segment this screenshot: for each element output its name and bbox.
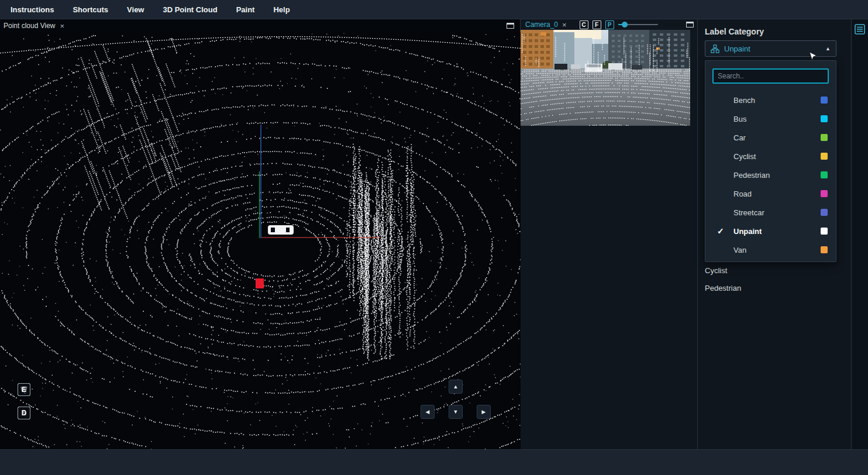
- close-icon[interactable]: ×: [60, 22, 65, 30]
- category-options-list: ✓ Bench ✓ Bus ✓ Car: [705, 91, 836, 259]
- maximize-icon[interactable]: [686, 22, 694, 27]
- category-hierarchy-icon: [711, 44, 719, 53]
- slider-handle[interactable]: [622, 22, 628, 27]
- label-category-title: Label Category: [705, 27, 764, 36]
- keycap[interactable]: D: [18, 407, 30, 419]
- category-option[interactable]: ✓ Car: [705, 128, 836, 147]
- menu-item[interactable]: View: [127, 5, 144, 14]
- category-search-input[interactable]: [712, 68, 829, 84]
- category-list-item[interactable]: Pedestrian: [698, 279, 851, 297]
- category-option-label: Pedestrian: [733, 171, 770, 180]
- category-color-chip: [821, 228, 828, 235]
- category-option[interactable]: ✓ Streetcar: [705, 203, 836, 222]
- category-option-label: Streetcar: [733, 208, 764, 217]
- category-option-label: Road: [733, 190, 752, 198]
- pan-down-button[interactable]: ▼: [449, 405, 463, 419]
- category-option-label: Bench: [733, 96, 755, 105]
- menu-item[interactable]: Help: [273, 5, 290, 14]
- close-icon[interactable]: ×: [562, 21, 567, 29]
- arrow-up-icon: ▲: [453, 384, 459, 390]
- category-dropdown-popup: ✓ Bench ✓ Bus ✓ Car: [705, 60, 836, 262]
- chevron-up-icon: ▲: [825, 46, 831, 51]
- camera-tab-label[interactable]: Camera_0: [525, 20, 558, 29]
- category-option[interactable]: ✓ Van: [705, 240, 836, 259]
- category-option-label: Car: [733, 133, 746, 142]
- maximize-icon[interactable]: [507, 23, 514, 29]
- camera-toggle-p[interactable]: P: [605, 20, 614, 29]
- camera-toggle-f[interactable]: F: [593, 20, 601, 29]
- pointcloud-tab-label: Point cloud View: [4, 22, 56, 30]
- pointcloud-panel: Point cloud View × QWE ASD ▲ ◀ ▼ ▶: [0, 19, 521, 449]
- pan-right-button[interactable]: ▶: [477, 405, 491, 419]
- menu-items: InstructionsShortcutsView3D Point CloudP…: [11, 5, 290, 14]
- menu-item[interactable]: Shortcuts: [73, 5, 108, 14]
- pointcloud-canvas[interactable]: [0, 32, 521, 449]
- category-dropdown-value: Unpaint: [724, 44, 821, 53]
- bottom-toolbar: Brush Size Point Size Save Submit: [0, 449, 868, 475]
- arrow-right-icon: ▶: [482, 409, 486, 415]
- category-list-item[interactable]: Cyclist: [698, 261, 851, 279]
- category-option[interactable]: ✓ Unpaint: [705, 222, 836, 240]
- pan-left-button[interactable]: ◀: [421, 405, 435, 419]
- category-option[interactable]: ✓ Bench: [705, 91, 836, 109]
- category-color-chip: [821, 97, 828, 104]
- camera-panel: Camera_0 × C F P: [521, 19, 698, 449]
- category-color-chip: [821, 246, 828, 253]
- pan-up-button[interactable]: ▲: [449, 380, 463, 394]
- arrow-left-icon: ◀: [426, 409, 430, 415]
- category-option-label: Van: [733, 246, 746, 254]
- category-color-chip: [821, 153, 828, 160]
- category-color-chip: [821, 190, 828, 197]
- keycap[interactable]: E: [18, 383, 30, 396]
- camera-opacity-slider[interactable]: [618, 21, 658, 28]
- menu-bar: InstructionsShortcutsView3D Point CloudP…: [0, 0, 868, 19]
- menu-item[interactable]: 3D Point Cloud: [163, 5, 217, 14]
- label-list-toggle-icon[interactable]: [855, 24, 865, 35]
- category-option-label: Cyclist: [733, 152, 756, 161]
- category-color-chip: [821, 171, 828, 178]
- menu-item[interactable]: Instructions: [11, 5, 54, 14]
- category-dropdown-button[interactable]: Unpaint ▲: [705, 40, 836, 57]
- pointcloud-tab[interactable]: Point cloud View ×: [4, 22, 64, 30]
- arrow-down-icon: ▼: [453, 409, 459, 415]
- category-option[interactable]: ✓ Bus: [705, 109, 836, 128]
- category-color-chip: [821, 134, 828, 141]
- app-root: InstructionsShortcutsView3D Point CloudP…: [0, 0, 868, 475]
- category-option[interactable]: ✓ Cyclist: [705, 147, 836, 166]
- category-color-chip: [821, 209, 828, 216]
- camera-image[interactable]: [521, 30, 690, 126]
- camera-tab-bar: Camera_0 × C F P: [521, 19, 697, 30]
- category-option[interactable]: ✓ Pedestrian: [705, 166, 836, 184]
- menu-item[interactable]: Paint: [236, 5, 255, 14]
- label-category-panel: Label Category Unpaint ▲ ✓ Bench: [698, 19, 852, 449]
- camera-toggle-c[interactable]: C: [580, 20, 588, 29]
- side-toolbar-strip: [852, 19, 868, 449]
- category-option-label: Unpaint: [733, 227, 762, 236]
- category-color-chip: [821, 115, 828, 122]
- category-option[interactable]: ✓ Road: [705, 184, 836, 203]
- category-option-label: Bus: [733, 115, 746, 123]
- check-icon: ✓: [717, 226, 724, 236]
